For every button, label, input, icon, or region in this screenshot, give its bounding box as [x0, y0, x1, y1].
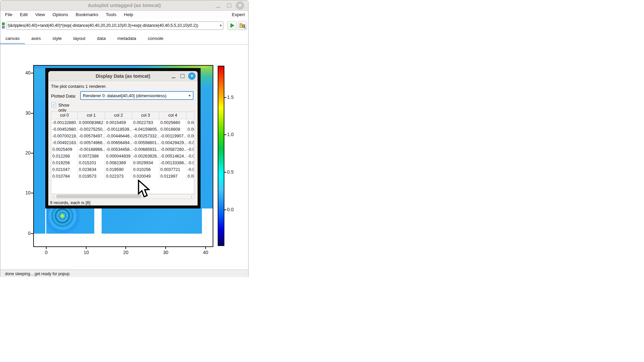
y-tick-label: 30 [20, 110, 31, 116]
menu-options[interactable]: Options [49, 11, 71, 18]
tab-style[interactable]: style [47, 33, 67, 44]
menu-help[interactable]: Help [121, 11, 136, 18]
table-cell: 0.019573 [78, 173, 105, 180]
table-cell: -0.00132880... [51, 119, 78, 126]
records-summary: 9 records, each is [8] [50, 200, 91, 205]
column-header[interactable]: col 3 [132, 112, 159, 119]
uri-input[interactable]: l)&ripples(40,40)+rand(40,40)*(exp(-dist… [6, 21, 223, 30]
y-tick-label: 20 [20, 150, 31, 156]
menu-bookmarks[interactable]: Bookmarks [72, 11, 101, 18]
table-cell: -0.0 [186, 146, 194, 153]
window-maximize-button[interactable] [224, 0, 234, 11]
plot-go-button[interactable] [227, 21, 236, 30]
table-cell: 0.000083662 [78, 119, 105, 126]
table-cell: -0.00514624... [159, 153, 186, 160]
uri-bar: l)&ripples(40,40)+rand(40,40)*(exp(-dist… [0, 18, 248, 33]
column-header[interactable]: col 0 [51, 112, 78, 119]
window-title: Autoplot untagged (as tomcat) [0, 2, 248, 8]
column-header[interactable]: col 4 [159, 112, 186, 119]
table-cell: 0.010784 [51, 173, 78, 180]
dialog-titlebar[interactable]: Display Data (as tomcat) × [48, 71, 198, 81]
tab-canvas[interactable]: canvas [0, 33, 25, 44]
chevron-down-icon[interactable]: ▾ [220, 23, 222, 28]
table-row[interactable]: 0.0025409-0.00168966...-0.00534458...-0.… [51, 146, 194, 153]
y-tick-label: 10 [20, 190, 31, 195]
tab-metadata[interactable]: metadata [112, 33, 141, 44]
scroll-left-icon[interactable]: ‹ [52, 194, 56, 198]
table-row[interactable]: -0.00492163...-0.00574966...-0.00656494.… [51, 139, 194, 146]
scrollbar-thumb[interactable] [56, 195, 142, 198]
table-cell: 0.012268 [51, 153, 78, 160]
menu-file[interactable]: File [2, 11, 15, 18]
status-message: done sleeping... get ready for popup [5, 272, 69, 276]
table-cell: 0.020049 [132, 173, 159, 180]
x-tick-label: 0 [40, 250, 53, 255]
window-minimize-button[interactable] [213, 0, 223, 11]
main-tabs: canvas axes style layout data metadata c… [0, 33, 248, 45]
table-cell: 0.011997 [159, 173, 186, 180]
data-table[interactable]: col 0 col 1 col 2 col 3 col 4 -0.0013288… [51, 112, 194, 194]
table-cell: 0.0016608 [159, 126, 186, 133]
dialog-maximize-button[interactable] [178, 71, 187, 81]
heatmap-ripple-tile[interactable] [46, 208, 94, 234]
plotted-data-label: Plotted Data: [51, 94, 76, 99]
plotted-data-select[interactable]: Renderer 0: dataset[40,40] (dimensionles… [80, 91, 194, 100]
table-row[interactable]: -0.00700218...-0.00578497...-0.00446446.… [51, 133, 194, 139]
menu-view[interactable]: View [32, 11, 48, 18]
table-cell: 0.00 [186, 173, 194, 180]
table-cell: 0.0082369 [105, 160, 132, 166]
table-cell: 0.019590 [105, 166, 132, 173]
table-cell: -0.00656494... [105, 139, 132, 146]
heatmap-left-strip[interactable] [34, 66, 45, 234]
table-cell: 0.00 [186, 126, 194, 133]
x-tick-label: 10 [79, 250, 93, 255]
maximize-icon [227, 3, 231, 8]
menu-edit[interactable]: Edit [17, 11, 31, 18]
maximize-icon [180, 74, 184, 78]
table-cell: -0.00118539... [105, 126, 132, 133]
x-tick-label: 20 [119, 250, 132, 255]
table-row[interactable]: 0.0210470.0236340.0195900.0102560.003772… [51, 166, 194, 173]
table-cell: -0.00168966... [78, 146, 105, 153]
heatmap-flat-tile[interactable] [102, 208, 202, 234]
table-row[interactable]: 0.0122680.00723860.000044839-0.00263926.… [51, 153, 194, 160]
colorbar-tick-label: 1.5 [227, 95, 233, 100]
dialog-close-button[interactable]: × [187, 71, 197, 81]
y-tick-label: 0 [20, 231, 31, 236]
table-row[interactable]: -0.00132880...0.0000836620.00154590.0022… [51, 119, 194, 126]
table-row[interactable]: -0.00452980...-0.00275250...-0.00118539.… [51, 126, 194, 133]
tab-data[interactable]: data [92, 33, 111, 44]
table-cell: 0.0025660 [159, 119, 186, 126]
tab-console[interactable]: console [143, 33, 168, 44]
menu-tools[interactable]: Tools [103, 11, 119, 18]
table-horizontal-scrollbar[interactable]: ‹ › [51, 194, 194, 199]
scroll-right-icon[interactable]: › [190, 194, 194, 198]
table-cell: 0.021047 [51, 166, 78, 173]
table-cell: 0.023634 [78, 166, 105, 173]
statusbar: done sleeping... get ready for popup [0, 269, 248, 277]
table-cell: 0.015201 [78, 160, 105, 166]
column-header[interactable] [186, 112, 194, 119]
table-cell: 0.0015459 [105, 119, 132, 126]
minimize-icon [216, 7, 220, 8]
table-cell: 0.0025409 [51, 146, 78, 153]
window-titlebar[interactable]: Autoplot untagged (as tomcat) × [0, 0, 248, 11]
table-cell: -0.00446446... [105, 133, 132, 139]
table-row[interactable]: 0.0192560.0152010.00823690.0029934-0.001… [51, 160, 194, 166]
column-header[interactable]: col 2 [105, 112, 132, 119]
tab-layout[interactable]: layout [68, 33, 90, 44]
heatmap-right-strip[interactable] [201, 68, 213, 208]
inspect-uri-button[interactable] [238, 21, 247, 30]
table-cell: 0.019256 [51, 160, 78, 166]
filter-checkbox[interactable]: ✓ [51, 103, 56, 107]
x-tick-label: 40 [199, 250, 212, 255]
colorbar[interactable] [218, 66, 224, 246]
table-cell: -0.00492163... [51, 139, 78, 146]
column-header[interactable]: col 1 [78, 112, 105, 119]
window-close-button[interactable]: × [235, 0, 245, 11]
expert-mode-label[interactable]: Expert [232, 12, 245, 17]
tab-axes[interactable]: axes [26, 33, 46, 44]
dialog-minimize-button[interactable] [169, 71, 178, 81]
table-cell: -0.00574966... [78, 139, 105, 146]
table-row[interactable]: 0.0107840.0195730.0223730.0200490.011997… [51, 173, 194, 180]
